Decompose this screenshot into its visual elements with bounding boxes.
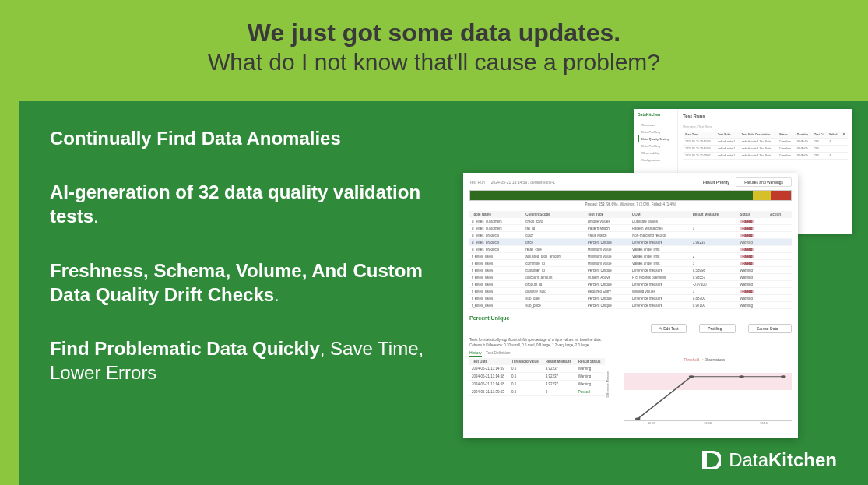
priority-label: Result Priority <box>703 180 729 185</box>
runs-col: Test Suite <box>715 132 740 139</box>
screenshot-group: DataKitchen Overview Data Profiling Data… <box>455 109 852 436</box>
chart-ylabel: Difference Measure <box>606 370 610 397</box>
hist-col: Threshold Value <box>509 358 543 365</box>
table-row[interactable]: 2024-05-21 12:00:07default-suite-1defaul… <box>683 153 848 160</box>
hist-col: Test Date <box>469 358 509 365</box>
result-bar <box>469 190 792 201</box>
bullet-find-quickly: Find Problematic Data Quickly, Save Time… <box>50 336 455 385</box>
observations-line <box>624 365 792 420</box>
status-badge: Warning <box>740 283 753 286</box>
status-badge: Passed <box>578 390 590 394</box>
results-col: Result Measure <box>691 211 738 218</box>
table-row[interactable]: f_elites_salescommute_idMinimum ValueVal… <box>469 260 792 267</box>
table-row[interactable]: d_elites_productspricePercent UniqueDiff… <box>469 239 792 246</box>
results-col: Table Name <box>469 211 523 218</box>
status-badge: Warning <box>740 276 753 279</box>
table-row[interactable]: 2024-05-21 13:14:59default-suite-1defaul… <box>683 146 848 153</box>
priority-dropdown[interactable]: Failures and Warnings <box>736 177 792 187</box>
detail-tabs: History Test Definition <box>469 350 792 355</box>
tab-definition[interactable]: Test Definition <box>486 350 510 355</box>
table-row[interactable]: 2024-05-21 11:39:530.50Passed <box>469 388 605 396</box>
status-badge: Warning <box>578 382 592 386</box>
nav-profiling-2[interactable]: Data Profiling <box>638 142 674 149</box>
table-row[interactable]: f_elites_salessub_pricePercent UniqueDif… <box>469 302 792 309</box>
brand-logo: DataKitchen <box>699 449 837 471</box>
nav-profiling[interactable]: Data Profiling <box>638 128 674 135</box>
nav-observability[interactable]: Observability <box>638 149 674 156</box>
runs-col: Start Time <box>683 132 715 139</box>
runs-col: Test Ct <box>812 132 827 139</box>
status-badge: Warning <box>578 374 592 378</box>
nav-quality-testing[interactable]: Data Quality Testing <box>638 135 674 142</box>
section-desc: Tests for statistically-significant shif… <box>469 338 792 342</box>
results-col: UOM <box>630 211 691 218</box>
status-badge: Failed <box>740 248 754 251</box>
tab-history[interactable]: History <box>469 350 482 357</box>
runs-col: P <box>841 132 848 139</box>
svg-point-0 <box>635 418 640 420</box>
bar-summary-text: Passed: 253 (96.6%), Warnings: 7 (2.0%),… <box>469 202 792 206</box>
run-label: Test Run <box>469 180 485 185</box>
table-row[interactable]: d_elites_productscolorValue MatchNon-mat… <box>469 232 792 239</box>
table-row[interactable]: 2024-05-21 13:14:59default-suite-1defaul… <box>683 139 848 146</box>
table-row[interactable]: d_elites_customerscredit_cardUnique Valu… <box>469 218 792 225</box>
nav-config[interactable]: Configuration <box>638 156 674 163</box>
table-row[interactable]: f_elites_salesquantity_soldRequired Entr… <box>469 288 792 295</box>
hist-col: Result Status <box>576 358 605 365</box>
status-badge: Failed <box>740 255 754 258</box>
section-title: Percent Unique <box>469 315 792 321</box>
runs-col: Duration <box>795 132 812 139</box>
table-row[interactable]: 2024-05-21 13:14:580.53.92237Warning <box>469 381 605 388</box>
hist-col: Result Measure <box>543 358 576 365</box>
runs-table: Start TimeTest SuiteTest Suite Descripti… <box>683 132 848 160</box>
table-row[interactable]: d_elites_customersfax_idPattern MatchPat… <box>469 225 792 232</box>
results-col: Status <box>737 211 768 218</box>
runs-title: Test Runs <box>683 114 848 118</box>
status-badge: Warning <box>740 241 753 244</box>
nav-overview[interactable]: Overview <box>638 121 674 128</box>
table-row[interactable]: f_elites_salessub_datePercent UniqueDiff… <box>469 295 792 302</box>
table-row[interactable]: d_elites_productsretail_clueMinimum Valu… <box>469 246 792 253</box>
chart-legend: — Threshold • Observations <box>613 358 792 362</box>
status-badge: Failed <box>740 290 754 293</box>
status-badge: Failed <box>740 227 754 230</box>
runs-col: Test Suite Description <box>740 132 777 139</box>
table-row[interactable]: f_elites_salescustomer_idPercent UniqueD… <box>469 267 792 274</box>
brand-name: DataKitchen <box>729 449 837 471</box>
status-badge: Failed <box>740 234 754 237</box>
chart-xticks: 12:45 13:00 13:15 <box>624 421 792 425</box>
status-badge: Warning <box>740 297 753 300</box>
cohen-desc: Cohen's h Difference: 0.20 small, 0.5 me… <box>469 343 792 347</box>
edit-test-button[interactable]: ✎ Edit Test <box>651 324 687 333</box>
source-data-button[interactable]: Source Data → <box>748 324 792 333</box>
table-row[interactable]: 2024-05-21 13:14:580.53.92237Warning <box>469 373 605 381</box>
screenshot-results: Test Run 2024-05-21 13:14:59 / default-s… <box>463 173 798 438</box>
status-badge: Warning <box>578 367 592 371</box>
runs-brand: DataKitchen <box>638 112 674 117</box>
table-row[interactable]: 2024-05-21 13:14:590.53.92237Warning <box>469 365 605 373</box>
header-subtitle: What do I not know that'll cause a probl… <box>16 49 852 76</box>
profiling-button[interactable]: Profiling → <box>699 324 735 333</box>
runs-col: Failed <box>827 132 841 139</box>
run-time: 2024-05-21 13:14:59 / default-suite-1 <box>491 180 555 185</box>
results-table: Table NameColumn/ScopeTest TypeUOMResult… <box>469 211 792 309</box>
bar-warn <box>753 191 772 200</box>
bar-pass <box>470 191 753 200</box>
history-panel: Test DateThreshold ValueResult MeasureRe… <box>469 358 605 428</box>
bullet-ai-tests: AI-generation of 32 data quality validat… <box>50 180 455 228</box>
table-row[interactable]: f_elites_salesproduct_idPercent UniqueDi… <box>469 281 792 288</box>
bullet-drift-checks: Freshness, Schema, Volume, And Custom Da… <box>50 258 455 307</box>
status-badge: Warning <box>740 304 753 308</box>
status-badge: Failed <box>740 262 754 265</box>
bullet-anomalies: Continually Find Data Anomalies <box>50 126 455 150</box>
status-badge: Failed <box>740 220 754 223</box>
logo-icon <box>699 449 721 471</box>
results-col: Action <box>768 211 792 218</box>
table-row[interactable]: f_elites_salesadjusted_total_amountMinim… <box>469 253 792 260</box>
history-table: Test DateThreshold ValueResult MeasureRe… <box>469 358 605 396</box>
slide-header: We just got some data updates. What do I… <box>0 0 868 90</box>
trend-chart: — Threshold • Observations Difference Me… <box>613 358 792 428</box>
status-badge: Warning <box>740 269 753 272</box>
runs-col: Status <box>777 132 795 139</box>
table-row[interactable]: f_elites_salesdiscount_amountOutliers Ab… <box>469 274 792 281</box>
